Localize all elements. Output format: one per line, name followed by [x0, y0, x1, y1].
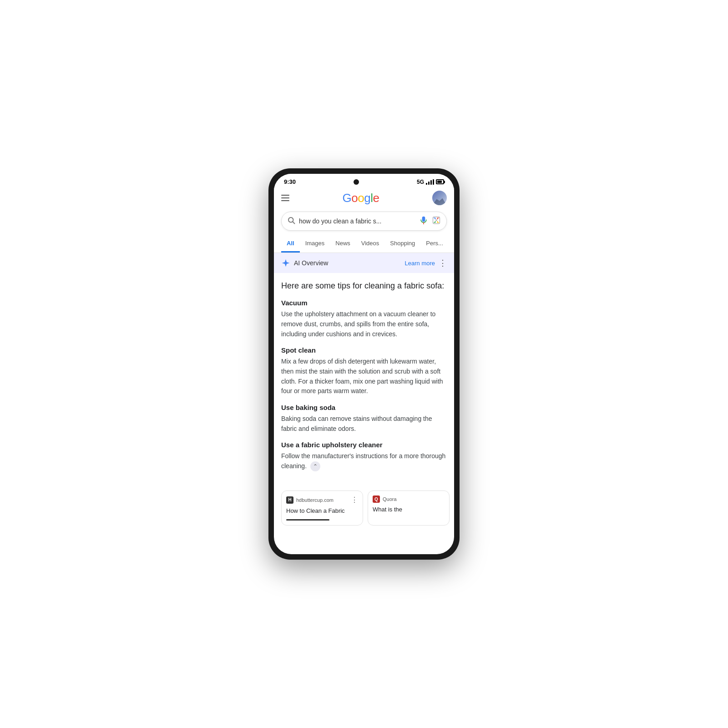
ai-overview-right: Learn more ⋮: [405, 259, 447, 267]
signal-bars: [426, 179, 434, 185]
signal-bar-2: [428, 182, 430, 185]
source-card-title-quora: What is the: [373, 506, 445, 514]
source-card-bar: [286, 519, 329, 521]
search-tabs: All Images News Videos Shopping Pers...: [274, 235, 454, 253]
source-cards: H hdbuttercup.com ⋮ How to Clean a Fabri…: [274, 486, 454, 530]
source-card-info-quora: Q Quora: [373, 495, 397, 503]
search-icon: [287, 216, 295, 226]
signal-bar-1: [426, 183, 427, 185]
ai-diamond-icon: [281, 258, 290, 268]
app-header: G o o g l e: [274, 187, 454, 209]
tip-title-baking-soda: Use baking soda: [281, 404, 447, 411]
source-card-hdbuttercup[interactable]: H hdbuttercup.com ⋮ How to Clean a Fabri…: [281, 490, 363, 525]
status-icons: 5G: [417, 179, 444, 185]
search-bar[interactable]: how do you clean a fabric s...: [281, 212, 447, 231]
phone-screen: 9:30 5G: [274, 174, 454, 554]
hamburger-menu[interactable]: [281, 195, 289, 201]
lens-search-button[interactable]: [432, 216, 441, 227]
tab-images[interactable]: Images: [300, 235, 330, 253]
phone-device: 9:30 5G: [268, 168, 460, 560]
source-card-header-quora: Q Quora: [373, 495, 445, 503]
tip-body-vacuum: Use the upholstery attachment on a vacuu…: [281, 309, 447, 339]
overview-heading: Here are some tips for cleaning a fabric…: [281, 280, 447, 292]
signal-bar-3: [430, 180, 432, 185]
google-logo[interactable]: G o o g l e: [343, 191, 379, 205]
tab-shopping[interactable]: Shopping: [384, 235, 420, 253]
tip-body-spot-clean: Mix a few drops of dish detergent with l…: [281, 357, 447, 396]
logo-letter-g2: g: [364, 191, 370, 205]
front-camera: [354, 179, 359, 185]
source-card-title-hdb: How to Clean a Fabric: [286, 507, 358, 515]
ai-overview-section: AI Overview Learn more ⋮: [274, 253, 454, 273]
source-card-info: H hdbuttercup.com: [286, 496, 334, 504]
status-bar: 9:30 5G: [274, 174, 454, 187]
tab-all[interactable]: All: [281, 235, 300, 253]
logo-letter-o1: o: [351, 191, 358, 205]
logo-letter-e: e: [373, 191, 379, 205]
source-favicon-hdb: H: [286, 496, 293, 504]
logo-letter-o2: o: [358, 191, 364, 205]
avatar[interactable]: [432, 191, 447, 205]
avatar-image: [432, 197, 447, 205]
tip-body-baking-soda: Baking soda can remove stains without da…: [281, 414, 447, 434]
tab-videos[interactable]: Videos: [356, 235, 385, 253]
search-query: how do you clean a fabric s...: [299, 217, 415, 225]
logo-letter-g1: G: [343, 191, 352, 205]
hamburger-line: [281, 197, 289, 198]
hamburger-line: [281, 195, 289, 196]
source-domain-quora: Quora: [383, 496, 397, 502]
network-type: 5G: [417, 179, 424, 185]
more-options-button[interactable]: ⋮: [439, 259, 447, 267]
tip-title-vacuum: Vacuum: [281, 299, 447, 307]
svg-point-4: [435, 219, 437, 221]
source-card-header: H hdbuttercup.com ⋮: [286, 495, 358, 504]
hamburger-line: [281, 200, 289, 201]
main-content: Here are some tips for cleaning a fabric…: [274, 273, 454, 486]
learn-more-link[interactable]: Learn more: [405, 260, 435, 267]
battery-icon: [436, 179, 444, 184]
ai-overview-title: AI Overview: [294, 259, 328, 267]
source-card-quora[interactable]: Q Quora What is the: [368, 490, 450, 525]
tip-title-spot-clean: Spot clean: [281, 346, 447, 354]
source-domain-hdb: hdbuttercup.com: [296, 497, 334, 503]
source-favicon-quora: Q: [373, 495, 380, 503]
tab-news[interactable]: News: [330, 235, 356, 253]
tab-personal[interactable]: Pers...: [420, 235, 449, 253]
status-time: 9:30: [284, 178, 296, 185]
ai-overview-header: AI Overview Learn more ⋮: [281, 258, 447, 268]
tip-body-upholstery-cleaner: Follow the manufacturer's instructions f…: [281, 451, 447, 471]
signal-bar-4: [433, 179, 434, 185]
battery-fill: [437, 181, 442, 183]
scroll-content[interactable]: G o o g l e how: [274, 187, 454, 554]
collapse-button[interactable]: ⌃: [310, 461, 320, 471]
tip-title-upholstery-cleaner: Use a fabric upholstery cleaner: [281, 441, 447, 449]
svg-line-1: [293, 222, 294, 223]
source-card-more-hdb[interactable]: ⋮: [351, 495, 358, 504]
ai-overview-left: AI Overview: [281, 258, 328, 268]
voice-search-button[interactable]: [419, 216, 428, 227]
